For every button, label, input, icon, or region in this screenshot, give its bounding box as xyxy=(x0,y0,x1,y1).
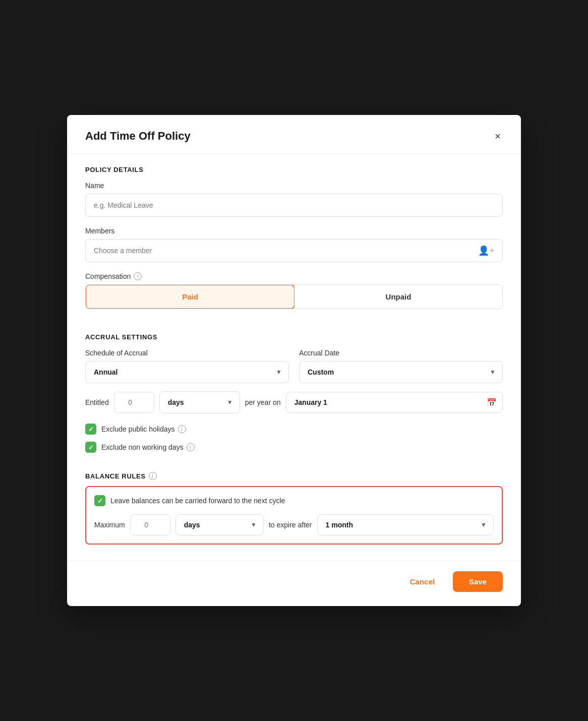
carry-forward-checkmark: ✓ xyxy=(97,497,103,505)
unpaid-button[interactable]: Unpaid xyxy=(295,285,502,309)
expire-month-wrapper: 1 month ▼ xyxy=(317,514,494,535)
exclude-holidays-info-icon[interactable]: i xyxy=(178,425,186,433)
close-button[interactable]: × xyxy=(493,129,503,143)
balance-rules-title: BALANCE RULES xyxy=(85,472,146,480)
paid-button[interactable]: Paid xyxy=(85,284,295,309)
policy-details-section-title: POLICY DETAILS xyxy=(85,154,503,173)
maximum-number-input[interactable] xyxy=(130,514,170,535)
checkmark-icon-2: ✓ xyxy=(88,444,94,451)
exclude-holidays-row: ✓ Exclude public holidays i xyxy=(85,424,503,435)
modal-body: POLICY DETAILS Name Members 👤+ Compensat… xyxy=(67,154,521,557)
carry-forward-label: Leave balances can be carried forward to… xyxy=(110,497,285,505)
days-unit-select[interactable]: days xyxy=(159,391,240,413)
accrual-date-label: Accrual Date xyxy=(299,349,503,357)
entitled-number-input[interactable] xyxy=(114,392,154,413)
exclude-nonworking-info-icon[interactable]: i xyxy=(187,443,195,451)
compensation-toggle: Paid Unpaid xyxy=(85,284,503,309)
exclude-nonworking-row: ✓ Exclude non working days i xyxy=(85,442,503,453)
members-label: Members xyxy=(85,227,503,235)
schedule-select-wrapper: Annual ▼ xyxy=(85,361,289,383)
entitled-label: Entitled xyxy=(85,398,109,406)
modal-header: Add Time Off Policy × xyxy=(67,115,521,153)
name-label: Name xyxy=(85,182,503,190)
carry-forward-checkbox[interactable]: ✓ xyxy=(94,495,105,506)
days-select-wrapper: days ▼ xyxy=(159,391,240,413)
maximum-row: Maximum days ▼ to expire after 1 month ▼ xyxy=(94,514,494,535)
exclude-holidays-checkbox[interactable]: ✓ xyxy=(85,424,96,435)
add-member-icon: 👤+ xyxy=(478,245,495,256)
members-input-wrapper: 👤+ xyxy=(85,239,503,262)
save-button[interactable]: Save xyxy=(453,571,503,592)
exclude-holidays-label: Exclude public holidays i xyxy=(101,425,186,433)
carry-forward-row: ✓ Leave balances can be carried forward … xyxy=(94,495,494,506)
max-days-select[interactable]: days xyxy=(175,514,264,535)
compensation-info-icon[interactable]: i xyxy=(134,272,142,280)
modal-title: Add Time Off Policy xyxy=(85,130,191,143)
modal-footer: Cancel Save xyxy=(67,561,521,606)
accrual-date-field: Accrual Date Custom ▼ xyxy=(299,349,503,383)
schedule-select[interactable]: Annual xyxy=(85,361,289,383)
expire-after-label: to expire after xyxy=(269,521,312,529)
members-input[interactable] xyxy=(85,239,503,262)
max-days-wrapper: days ▼ xyxy=(175,514,264,535)
modal-container: Add Time Off Policy × POLICY DETAILS Nam… xyxy=(67,115,521,606)
exclude-nonworking-checkbox[interactable]: ✓ xyxy=(85,442,96,453)
name-input[interactable] xyxy=(85,194,503,217)
checkmark-icon: ✓ xyxy=(88,426,94,433)
calendar-icon: 📅 xyxy=(487,398,497,407)
accrual-top-row: Schedule of Accrual Annual ▼ Accrual Dat… xyxy=(85,349,503,383)
accrual-settings-section-title: ACCRUAL SETTINGS xyxy=(85,321,503,341)
date-input-wrapper: 📅 xyxy=(286,392,503,413)
compensation-label: Compensation i xyxy=(85,272,503,280)
per-year-label: per year on xyxy=(245,398,281,406)
accrual-date-select-wrapper: Custom ▼ xyxy=(299,361,503,383)
cancel-button[interactable]: Cancel xyxy=(400,571,445,592)
exclude-nonworking-label: Exclude non working days i xyxy=(101,443,195,451)
accrual-date-input[interactable] xyxy=(286,392,503,413)
expire-month-select[interactable]: 1 month xyxy=(317,514,494,535)
entitled-row: Entitled days ▼ per year on 📅 xyxy=(85,391,503,413)
balance-rules-info-icon[interactable]: i xyxy=(149,472,157,480)
balance-rules-section: BALANCE RULES i ✓ Leave balances can be … xyxy=(85,460,503,545)
maximum-label: Maximum xyxy=(94,521,125,529)
schedule-label: Schedule of Accrual xyxy=(85,349,289,357)
schedule-field: Schedule of Accrual Annual ▼ xyxy=(85,349,289,383)
balance-rules-box: ✓ Leave balances can be carried forward … xyxy=(85,486,503,545)
accrual-date-select[interactable]: Custom xyxy=(299,361,503,383)
